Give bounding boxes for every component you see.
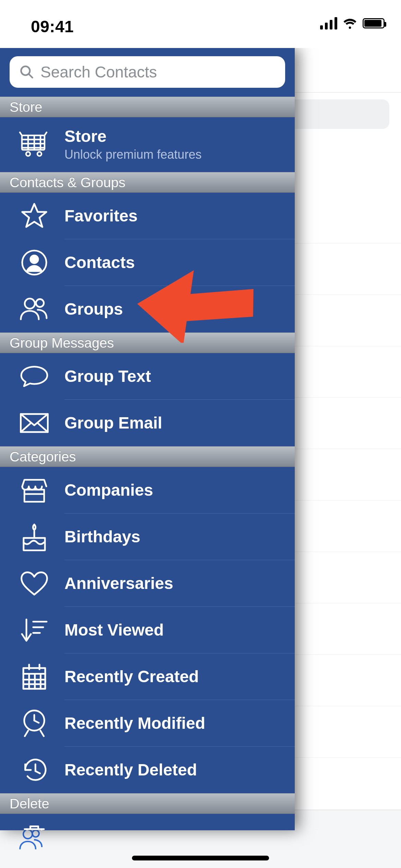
svg-line-46 — [35, 771, 40, 773]
sort-down-icon — [14, 616, 55, 644]
sidebar-item-store[interactable]: Store Unlock premium features — [0, 117, 295, 172]
menu-item-label: Companies — [64, 481, 153, 499]
sidebar-item-recently-created[interactable]: Recently Created — [0, 653, 295, 700]
menu-item-label: Groups — [64, 300, 123, 318]
star-icon — [14, 202, 55, 230]
menu-item-label: Recently Deleted — [64, 761, 197, 779]
home-indicator — [132, 856, 269, 860]
clock-stand-icon — [14, 708, 55, 738]
heart-icon — [14, 570, 55, 597]
svg-point-3 — [32, 830, 39, 837]
search-icon — [19, 64, 34, 80]
svg-point-2 — [23, 830, 32, 839]
trash-icon — [14, 822, 55, 830]
svg-point-19 — [36, 299, 44, 307]
svg-line-21 — [21, 423, 31, 432]
sidebar-search-field[interactable]: Search Contacts — [10, 56, 285, 88]
history-icon — [14, 756, 55, 784]
status-bar: 09:41 — [0, 0, 401, 48]
svg-line-43 — [25, 731, 28, 736]
sidebar-item-companies[interactable]: Companies — [0, 467, 295, 514]
menu-item-label: Most Viewed — [64, 621, 164, 639]
sidebar-item-recently-deleted[interactable]: Recently Deleted — [0, 747, 295, 793]
sidebar-search-placeholder: Search Contacts — [40, 63, 157, 81]
person-circle-icon — [14, 249, 55, 276]
sidebar-item-anniversaries[interactable]: Anniversaries — [0, 560, 295, 607]
battery-icon — [363, 18, 385, 28]
sidebar-item-delete-contacts[interactable]: Delete Contacts — [0, 814, 295, 830]
sidebar-drawer: Search Contacts Store Store Unlock premi… — [0, 48, 295, 830]
sidebar-item-birthdays[interactable]: Birthdays — [0, 514, 295, 560]
cell-signal-icon — [320, 17, 337, 29]
cake-icon — [14, 521, 55, 553]
sidebar-item-group-email[interactable]: Group Email — [0, 400, 295, 446]
svg-line-22 — [38, 423, 48, 432]
sidebar-item-favorites[interactable]: Favorites — [0, 193, 295, 239]
speech-bubble-icon — [14, 363, 55, 389]
sidebar-item-most-viewed[interactable]: Most Viewed — [0, 607, 295, 653]
svg-line-44 — [40, 731, 44, 736]
menu-item-label: Group Text — [64, 367, 151, 386]
section-header: Contacts & Groups — [0, 172, 295, 193]
svg-line-42 — [34, 721, 39, 723]
svg-point-13 — [26, 152, 30, 156]
storefront-icon — [14, 477, 55, 504]
status-time: 09:41 — [31, 17, 74, 36]
menu-item-label: Recently Created — [64, 668, 199, 686]
menu-item-label: Group Email — [64, 414, 162, 432]
status-icons — [320, 17, 385, 29]
menu-item-label: Contacts — [64, 254, 135, 272]
sidebar-item-group-text[interactable]: Group Text — [0, 353, 295, 400]
cart-icon — [14, 131, 55, 158]
svg-line-5 — [29, 74, 33, 78]
svg-point-18 — [25, 299, 35, 309]
section-header: Delete — [0, 793, 295, 814]
svg-point-14 — [37, 152, 41, 156]
wifi-icon — [342, 17, 358, 29]
menu-item-label: Store — [64, 128, 202, 146]
menu-item-label: Delete Contacts — [64, 828, 189, 830]
svg-marker-15 — [22, 204, 47, 227]
section-header: Group Messages — [0, 333, 295, 353]
svg-rect-23 — [24, 490, 44, 502]
people-tab-icon[interactable] — [17, 828, 45, 851]
menu-item-label: Anniversaries — [64, 575, 173, 593]
section-header: Categories — [0, 446, 295, 467]
envelope-icon — [14, 412, 55, 434]
menu-item-label: Birthdays — [64, 528, 140, 546]
svg-point-17 — [30, 255, 39, 264]
calendar-grid-icon — [14, 662, 55, 691]
sidebar-item-recently-modified[interactable]: Recently Modified — [0, 700, 295, 747]
sidebar-item-groups[interactable]: Groups — [0, 286, 295, 333]
people-icon — [14, 297, 55, 322]
menu-item-subtitle: Unlock premium features — [64, 147, 202, 162]
menu-item-label: Favorites — [64, 207, 137, 225]
sidebar-item-contacts[interactable]: Contacts — [0, 239, 295, 286]
menu-item-label: Recently Modified — [64, 714, 205, 733]
section-header: Store — [0, 97, 295, 117]
